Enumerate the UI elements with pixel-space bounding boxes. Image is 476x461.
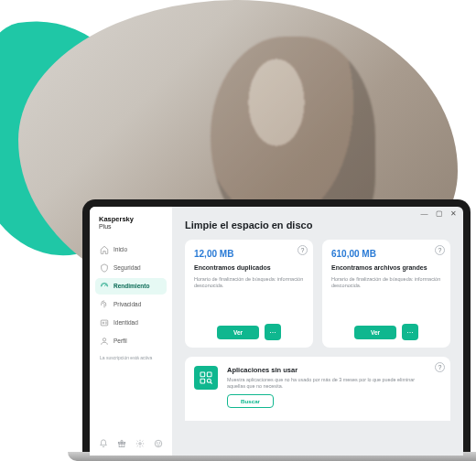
large-more-button[interactable]: ··· [402, 324, 418, 340]
svg-rect-9 [200, 372, 205, 377]
svg-point-1 [103, 322, 104, 324]
subscription-note: La suscripción está activa [95, 355, 167, 360]
duplicates-stat: 12,00 MB [194, 249, 304, 259]
window-maximize-button[interactable]: ▢ [435, 209, 443, 218]
unused-apps-subtitle: Muestra aplicaciones que no ha usado por… [227, 377, 428, 390]
brand: Kaspersky Plus [95, 216, 167, 230]
app-body: Kaspersky Plus Inicio Seguridad Rendimie… [90, 207, 463, 456]
user-icon [100, 337, 109, 346]
svg-rect-0 [101, 320, 108, 326]
sidebar-item-privacidad[interactable]: Privacidad [95, 296, 167, 313]
large-subtitle: Horario de finalización de búsqueda: inf… [331, 276, 441, 289]
window-close-button[interactable]: ✕ [449, 209, 458, 218]
sidebar-item-perfil[interactable]: Perfil [95, 333, 167, 349]
bell-icon[interactable] [99, 439, 108, 448]
id-card-icon [100, 318, 109, 327]
page-title: Limpie el espacio en disco [185, 220, 450, 230]
help-icon[interactable]: ? [298, 245, 308, 255]
sidebar-bottom-icons [95, 435, 167, 450]
unused-apps-search-button[interactable]: Buscar [227, 394, 274, 408]
large-actions: Ver ··· [331, 324, 441, 340]
card-large-files: ? 610,00 MB Encontramos archivos grandes… [322, 240, 450, 348]
card-unused-apps: ? Aplicaciones sin usar Muestra aplicaci… [185, 357, 450, 421]
card-duplicates: ? 12,00 MB Encontramos duplicados Horari… [185, 240, 313, 348]
fingerprint-icon [100, 300, 109, 309]
unused-apps-text: Aplicaciones sin usar Muestra aplicacion… [227, 366, 441, 408]
svg-point-6 [155, 440, 162, 447]
sidebar-item-seguridad[interactable]: Seguridad [95, 260, 167, 276]
sidebar-item-label: Perfil [114, 338, 127, 344]
home-icon [100, 245, 109, 254]
main-content: Limpie el espacio en disco ? 12,00 MB En… [172, 207, 463, 456]
unused-apps-icon-box [194, 366, 218, 390]
shield-icon [100, 263, 109, 273]
brand-product: Plus [99, 223, 167, 230]
svg-point-7 [157, 443, 157, 444]
brand-name: Kaspersky [99, 215, 134, 223]
svg-point-2 [103, 338, 105, 341]
duplicates-title: Encontramos duplicados [194, 264, 304, 271]
sidebar-item-rendimiento[interactable]: Rendimiento [95, 278, 167, 295]
svg-point-12 [207, 379, 211, 382]
cards-row: ? 12,00 MB Encontramos duplicados Horari… [185, 240, 450, 348]
svg-point-8 [159, 443, 160, 444]
laptop-frame: — ▢ ✕ Kaspersky Plus Inicio Seguridad [82, 199, 471, 456]
large-stat: 610,00 MB [331, 249, 441, 259]
duplicates-more-button[interactable]: ··· [265, 324, 281, 340]
svg-rect-10 [207, 372, 211, 377]
window-minimize-button[interactable]: — [420, 209, 428, 218]
help-icon[interactable]: ? [435, 245, 445, 255]
gift-icon[interactable] [117, 439, 126, 448]
app-window: — ▢ ✕ Kaspersky Plus Inicio Seguridad [90, 207, 463, 456]
large-title: Encontramos archivos grandes [331, 264, 441, 271]
speedometer-icon [100, 282, 109, 291]
duplicates-view-button[interactable]: Ver [217, 326, 259, 339]
svg-rect-11 [200, 379, 205, 383]
window-controls: — ▢ ✕ [420, 209, 458, 218]
svg-point-5 [139, 443, 142, 445]
sidebar-item-inicio[interactable]: Inicio [95, 241, 167, 258]
sidebar-item-identidad[interactable]: Identidad [95, 315, 167, 331]
duplicates-actions: Ver ··· [194, 324, 304, 340]
sidebar-item-label: Inicio [114, 246, 127, 252]
duplicates-subtitle: Horario de finalización de búsqueda: inf… [194, 276, 304, 289]
unused-apps-title: Aplicaciones sin usar [227, 366, 441, 374]
help-icon[interactable]: ? [435, 362, 445, 372]
support-icon[interactable] [154, 439, 163, 448]
sidebar-item-label: Rendimiento [114, 283, 149, 289]
sidebar-item-label: Seguridad [114, 264, 141, 271]
sidebar: Kaspersky Plus Inicio Seguridad Rendimie… [90, 207, 172, 456]
magnify-apps-icon [199, 370, 213, 385]
large-view-button[interactable]: Ver [354, 326, 396, 339]
sidebar-item-label: Identidad [114, 319, 138, 326]
gear-icon[interactable] [135, 439, 145, 448]
sidebar-nav: Inicio Seguridad Rendimiento Privacidad [95, 241, 167, 360]
sidebar-item-label: Privacidad [114, 301, 141, 307]
